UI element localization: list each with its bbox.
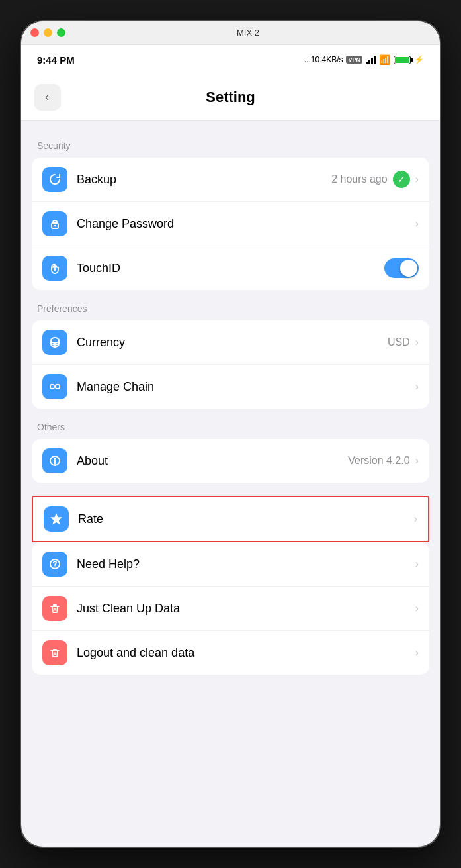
logout-clean-right: ›	[415, 647, 419, 659]
manage-chain-icon	[42, 374, 67, 399]
change-password-label: Change Password	[77, 217, 415, 231]
traffic-lights	[30, 28, 65, 37]
just-clean-label: Just Clean Up Data	[77, 602, 415, 616]
content-area: Security Backup 2 hours ago ✓ ›	[21, 121, 440, 701]
rate-icon	[44, 506, 69, 532]
rate-item[interactable]: Rate ›	[33, 497, 428, 541]
back-chevron-icon: ‹	[45, 90, 49, 104]
just-clean-chevron-icon: ›	[415, 603, 419, 614]
change-password-right: ›	[415, 218, 419, 230]
preferences-section-label: Preferences	[21, 303, 440, 314]
change-password-item[interactable]: Change Password ›	[32, 202, 429, 246]
touchid-toggle[interactable]	[384, 258, 419, 278]
rate-label: Rate	[78, 512, 414, 526]
backup-time: 2 hours ago	[331, 173, 388, 185]
page-title: Setting	[206, 89, 255, 106]
need-help-right: ›	[415, 558, 419, 570]
svg-rect-4	[56, 385, 60, 389]
touchid-item[interactable]: TouchID	[32, 246, 429, 290]
status-time: 9:44 PM	[37, 54, 75, 66]
network-speed: ...10.4KB/s	[304, 55, 343, 64]
battery-container	[394, 56, 411, 64]
title-bar: MIX 2	[21, 21, 440, 45]
status-bar: 9:44 PM ...10.4KB/s VPN 📶 ⚡	[21, 45, 440, 74]
just-clean-right: ›	[415, 603, 419, 614]
logout-clean-icon	[42, 640, 67, 665]
about-version: Version 4.2.0	[348, 455, 409, 467]
just-clean-item[interactable]: Just Clean Up Data ›	[32, 587, 429, 631]
wifi-icon: 📶	[379, 54, 390, 65]
preferences-list: Currency USD › Manage Chain ›	[32, 320, 429, 409]
maximize-button[interactable]	[57, 28, 65, 37]
charge-icon: ⚡	[414, 55, 424, 64]
currency-item[interactable]: Currency USD ›	[32, 320, 429, 365]
currency-chevron-icon: ›	[415, 336, 419, 348]
touchid-icon	[42, 256, 67, 281]
need-help-item[interactable]: Need Help? ›	[32, 542, 429, 587]
close-button[interactable]	[30, 28, 39, 37]
minimize-button[interactable]	[44, 28, 52, 37]
backup-item[interactable]: Backup 2 hours ago ✓ ›	[32, 158, 429, 202]
window-title: MIX 2	[65, 28, 431, 38]
bottom-list: Need Help? › Just Clean Up Data	[32, 542, 429, 675]
svg-rect-3	[50, 385, 54, 389]
backup-icon	[42, 167, 67, 192]
currency-icon	[42, 330, 67, 355]
manage-chain-item[interactable]: Manage Chain ›	[32, 365, 429, 409]
need-help-label: Need Help?	[77, 557, 415, 571]
about-icon	[42, 448, 67, 473]
page-header: ‹ Setting	[21, 74, 440, 121]
backup-right: 2 hours ago ✓ ›	[331, 171, 419, 188]
rate-right: ›	[414, 513, 417, 525]
need-help-chevron-icon: ›	[415, 558, 419, 570]
toggle-knob	[400, 260, 417, 277]
svg-point-8	[54, 458, 56, 459]
manage-chain-label: Manage Chain	[77, 380, 415, 394]
logout-clean-label: Logout and clean data	[77, 646, 415, 660]
about-label: About	[77, 454, 348, 468]
svg-marker-9	[52, 514, 61, 524]
manage-chain-right: ›	[415, 381, 419, 393]
rate-wrapper: Rate ›	[32, 496, 429, 542]
about-right: Version 4.2.0 ›	[348, 455, 419, 467]
manage-chain-chevron-icon: ›	[415, 381, 419, 393]
battery-fill	[395, 57, 409, 63]
security-list: Backup 2 hours ago ✓ › Change Password	[32, 158, 429, 290]
backup-chevron-icon: ›	[415, 173, 419, 185]
need-help-icon	[42, 552, 67, 577]
change-password-icon	[42, 211, 67, 236]
others-section-label: Others	[21, 422, 440, 432]
rate-chevron-icon: ›	[414, 513, 417, 525]
backup-check-icon: ✓	[393, 171, 410, 188]
status-right: ...10.4KB/s VPN 📶 ⚡	[304, 54, 424, 65]
back-button[interactable]: ‹	[34, 84, 61, 111]
change-password-chevron-icon: ›	[415, 218, 419, 230]
backup-label: Backup	[77, 173, 331, 187]
currency-value: USD	[388, 336, 410, 348]
svg-point-1	[54, 225, 56, 226]
just-clean-icon	[42, 596, 67, 621]
touchid-right	[384, 258, 419, 278]
battery	[394, 56, 411, 64]
about-chevron-icon: ›	[415, 455, 419, 467]
signal-bars	[366, 56, 376, 64]
vpn-badge: VPN	[346, 56, 362, 64]
svg-point-2	[51, 338, 59, 343]
about-item[interactable]: About Version 4.2.0 ›	[32, 439, 429, 483]
logout-clean-item[interactable]: Logout and clean data ›	[32, 631, 429, 675]
currency-right: USD ›	[388, 336, 419, 348]
security-section-label: Security	[21, 140, 440, 151]
currency-label: Currency	[77, 336, 388, 350]
touchid-label: TouchID	[77, 262, 384, 275]
svg-point-11	[54, 567, 56, 568]
phone-frame: MIX 2 9:44 PM ...10.4KB/s VPN 📶 ⚡ ‹	[20, 20, 441, 848]
others-list: About Version 4.2.0 ›	[32, 439, 429, 483]
logout-clean-chevron-icon: ›	[415, 647, 419, 659]
